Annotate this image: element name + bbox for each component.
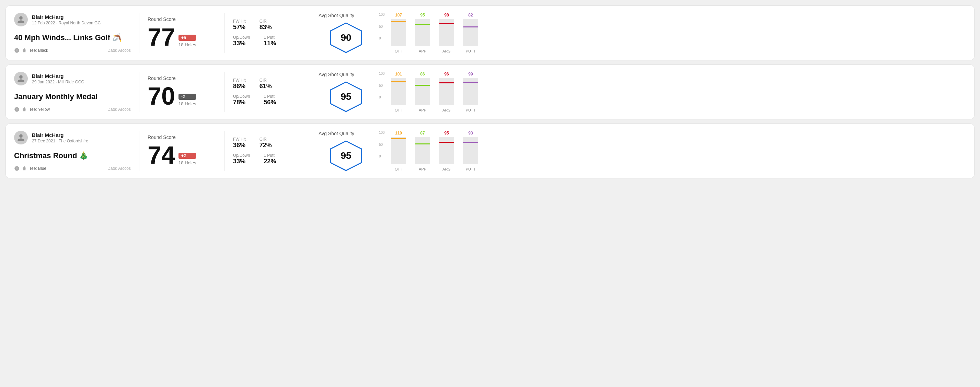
score-badge: -2	[178, 94, 196, 100]
stat-label-fw-hit: FW Hit	[233, 19, 246, 24]
score-badge: +2	[178, 153, 196, 159]
bar-group-putt: 99PUTT	[462, 72, 479, 112]
score-section: Round Score77+518 Holes	[148, 13, 216, 53]
data-source: Data: Arccos	[107, 48, 131, 53]
quality-section: Avg Shot Quality 90	[318, 13, 374, 53]
card-left-section: Blair McHarg27 Dec 2021 · The Oxfordshir…	[14, 131, 131, 171]
stat-label-oneputt: 1 Putt	[264, 94, 276, 99]
stat-oneputt: 1 Putt 11%	[264, 35, 276, 47]
stat-value-gir: 61%	[259, 82, 272, 90]
holes-label: 18 Holes	[178, 101, 196, 106]
round-title: January Monthly Medal	[14, 92, 131, 101]
score-number: 77	[148, 25, 175, 49]
avatar	[14, 131, 28, 144]
stat-updown: Up/Down 78%	[233, 94, 250, 106]
stat-value-oneputt: 22%	[264, 158, 276, 165]
stat-label-oneputt: 1 Putt	[264, 153, 276, 158]
bar-group-putt: 93PUTT	[462, 131, 479, 171]
round-card-3: Blair McHarg27 Dec 2021 · The Oxfordshir…	[5, 124, 975, 178]
score-number: 70	[148, 84, 175, 108]
stats-section: FW Hit 57%GIR 83%Up/Down 33%1 Putt 11%	[233, 13, 302, 53]
tee-info: Tee: Blue	[14, 166, 46, 171]
quality-score: 90	[340, 32, 351, 43]
round-title: Christmas Round 🎄	[14, 151, 131, 160]
user-name: Blair McHarg	[32, 73, 84, 79]
score-badge: +5	[178, 35, 196, 41]
user-name: Blair McHarg	[32, 132, 88, 138]
stat-value-updown: 78%	[233, 99, 250, 106]
round-title: 40 Mph Winds... Links Golf 🪃	[14, 33, 131, 42]
stat-label-oneputt: 1 Putt	[264, 35, 276, 40]
bar-group-app: 95APP	[414, 13, 431, 53]
bar-group-arg: 96ARG	[438, 72, 455, 112]
stat-value-updown: 33%	[233, 40, 250, 47]
bar-group-app: 87APP	[414, 131, 431, 171]
bar-group-ott: 110OTT	[390, 131, 407, 171]
score-label: Round Score	[148, 135, 216, 140]
stat-fw-hit: FW Hit 86%	[233, 78, 246, 90]
stat-oneputt: 1 Putt 22%	[264, 153, 276, 165]
stat-label-updown: Up/Down	[233, 35, 250, 40]
stat-label-gir: GIR	[259, 19, 272, 24]
score-label: Round Score	[148, 16, 216, 22]
stat-value-gir: 72%	[259, 142, 272, 149]
stat-value-fw-hit: 36%	[233, 142, 246, 149]
stat-updown: Up/Down 33%	[233, 153, 250, 165]
bar-group-arg: 95ARG	[438, 131, 455, 171]
quality-section: Avg Shot Quality 95	[318, 72, 374, 112]
quality-score: 95	[340, 150, 351, 161]
holes-label: 18 Holes	[178, 42, 196, 48]
round-card-2: Blair McHarg29 Jan 2022 · Mill Ride GCCJ…	[5, 65, 975, 119]
bar-group-ott: 107OTT	[390, 13, 407, 53]
bar-chart-container: 100500110OTT87APP95ARG93PUTT	[374, 131, 966, 171]
stat-label-gir: GIR	[259, 137, 272, 142]
bar-group-app: 86APP	[414, 72, 431, 112]
stat-label-fw-hit: FW Hit	[233, 78, 246, 82]
quality-label: Avg Shot Quality	[318, 72, 354, 77]
tee-info: Tee: Black	[14, 48, 48, 53]
user-name: Blair McHarg	[32, 14, 100, 20]
stat-value-fw-hit: 86%	[233, 82, 246, 90]
score-number: 74	[148, 143, 175, 167]
stat-value-oneputt: 56%	[264, 99, 276, 106]
bar-chart-container: 100500101OTT86APP96ARG99PUTT	[374, 72, 966, 112]
stat-label-gir: GIR	[259, 78, 272, 82]
bar-group-ott: 101OTT	[390, 72, 407, 112]
quality-label: Avg Shot Quality	[318, 131, 354, 136]
score-label: Round Score	[148, 76, 216, 81]
quality-label: Avg Shot Quality	[318, 13, 354, 18]
stat-value-oneputt: 11%	[264, 40, 276, 47]
hexagon-container: 95	[329, 140, 363, 171]
tee-label: Tee: Black	[29, 48, 48, 53]
score-section: Round Score70-218 Holes	[148, 72, 216, 112]
card-left-section: Blair McHarg29 Jan 2022 · Mill Ride GCCJ…	[14, 72, 131, 112]
bar-chart-container: 100500107OTT95APP98ARG82PUTT	[374, 13, 966, 53]
stat-value-updown: 33%	[233, 158, 250, 165]
date-course: 12 Feb 2022 · Royal North Devon GC	[32, 21, 100, 25]
score-section: Round Score74+218 Holes	[148, 131, 216, 171]
stat-value-fw-hit: 57%	[233, 24, 246, 31]
tee-label: Tee: Yellow	[29, 107, 50, 112]
stat-fw-hit: FW Hit 36%	[233, 137, 246, 149]
quality-score: 95	[340, 91, 351, 102]
hexagon-container: 90	[329, 22, 363, 53]
bar-group-putt: 82PUTT	[462, 13, 479, 53]
data-source: Data: Arccos	[107, 107, 131, 112]
stat-gir: GIR 61%	[259, 78, 272, 90]
stat-value-gir: 83%	[259, 24, 272, 31]
stats-section: FW Hit 36%GIR 72%Up/Down 33%1 Putt 22%	[233, 131, 302, 171]
tee-label: Tee: Blue	[29, 166, 46, 171]
stat-label-fw-hit: FW Hit	[233, 137, 246, 142]
stat-gir: GIR 83%	[259, 19, 272, 31]
stat-label-updown: Up/Down	[233, 94, 250, 99]
stat-oneputt: 1 Putt 56%	[264, 94, 276, 106]
data-source: Data: Arccos	[107, 166, 131, 171]
date-course: 29 Jan 2022 · Mill Ride GCC	[32, 79, 84, 84]
quality-section: Avg Shot Quality 95	[318, 131, 374, 171]
stats-section: FW Hit 86%GIR 61%Up/Down 78%1 Putt 56%	[233, 72, 302, 112]
date-course: 27 Dec 2021 · The Oxfordshire	[32, 139, 88, 143]
stat-label-updown: Up/Down	[233, 153, 250, 158]
avatar	[14, 13, 28, 26]
holes-label: 18 Holes	[178, 160, 196, 165]
stat-gir: GIR 72%	[259, 137, 272, 149]
